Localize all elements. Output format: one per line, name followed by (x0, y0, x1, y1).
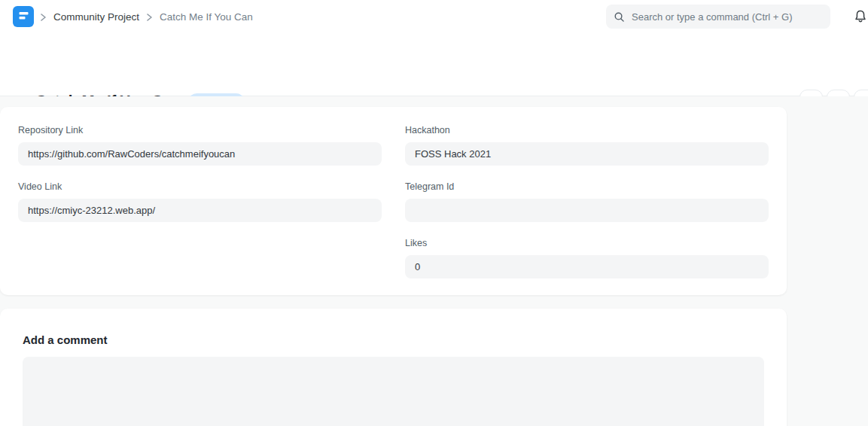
field-label: Hackathon (405, 125, 769, 135)
app-window: Community Project Catch Me If You Can (0, 0, 868, 426)
search-input[interactable] (630, 11, 823, 23)
field-video-link: Video Link (18, 181, 382, 222)
breadcrumb: Community Project Catch Me If You Can (40, 0, 253, 34)
likes-input[interactable] (405, 255, 769, 278)
field-label: Repository Link (18, 125, 382, 135)
field-telegram-id: Telegram Id (405, 181, 769, 222)
telegram-id-input[interactable] (405, 199, 769, 222)
form-column-right: Hackathon Telegram Id Likes (405, 125, 769, 294)
global-search[interactable] (606, 5, 830, 29)
video-link-input[interactable] (18, 199, 382, 222)
repository-link-input[interactable] (18, 142, 382, 166)
field-label: Telegram Id (405, 181, 769, 192)
field-label: Likes (405, 238, 769, 248)
page-head: Catch Me If You Can Enabled (0, 34, 868, 96)
field-hackathon: Hackathon (405, 125, 769, 166)
form-grid: Repository Link Video Link Hackathon Tel… (0, 107, 787, 294)
comment-section-heading: Add a comment (23, 333, 764, 346)
comment-input[interactable] (23, 357, 764, 426)
search-icon (614, 11, 625, 23)
chevron-right-icon (146, 13, 153, 22)
comment-section-card: Add a comment (0, 309, 787, 426)
breadcrumb-item-community-project[interactable]: Community Project (53, 11, 139, 23)
breadcrumb-item-current: Catch Me If You Can (160, 11, 253, 23)
app-logo[interactable] (13, 6, 34, 27)
bell-icon (854, 9, 867, 24)
frappe-logo-icon (13, 6, 34, 27)
chevron-right-icon (40, 13, 47, 22)
field-repository-link: Repository Link (18, 125, 382, 166)
hackathon-input[interactable] (405, 142, 769, 166)
form-section-card: Repository Link Video Link Hackathon Tel… (0, 107, 787, 295)
field-likes: Likes (405, 238, 769, 278)
form-column-left: Repository Link Video Link (18, 125, 382, 294)
navbar: Community Project Catch Me If You Can (0, 0, 868, 35)
field-label: Video Link (18, 181, 382, 192)
notifications-button[interactable] (852, 8, 868, 26)
content-area: Repository Link Video Link Hackathon Tel… (0, 96, 868, 426)
